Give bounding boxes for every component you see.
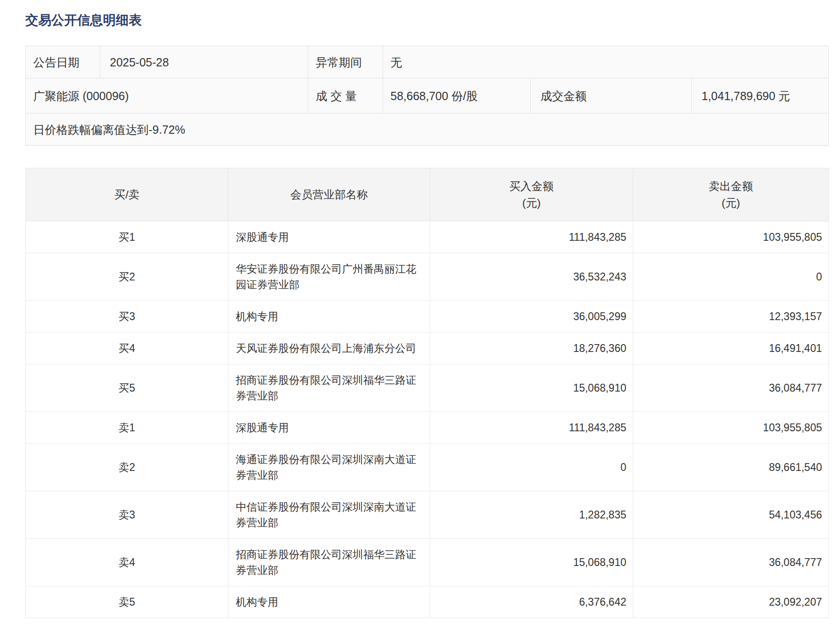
table-row: 买2华安证券股份有限公司广州番禺丽江花园证券营业部36,532,2430 (26, 253, 829, 301)
table-row: 卖2海通证券股份有限公司深圳深南大道证券营业部089,661,540 (26, 444, 829, 491)
cell-branch: 深股通专用 (228, 412, 430, 444)
cell-branch: 海通证券股份有限公司深圳深南大道证券营业部 (228, 444, 430, 491)
cell-buy: 0 (430, 444, 633, 491)
table-row: 买1深股通专用111,843,285103,955,805 (26, 221, 829, 253)
cell-sell: 36,084,777 (633, 364, 829, 412)
cell-sell: 23,092,207 (633, 586, 829, 618)
cell-side: 卖2 (26, 444, 228, 491)
cell-branch: 中信证券股份有限公司深圳深南大道证券营业部 (228, 491, 430, 539)
table-row: 买5招商证券股份有限公司深圳福华三路证券营业部15,068,91036,084,… (26, 364, 829, 412)
table-row: 卖1深股通专用111,843,285103,955,805 (26, 412, 829, 444)
cell-branch: 招商证券股份有限公司深圳福华三路证券营业部 (228, 539, 430, 586)
cell-side: 买3 (26, 301, 228, 333)
cell-sell: 103,955,805 (633, 221, 829, 253)
summary-row-stock: 广聚能源 (000096) 成 交 量 58,668,700 份/股 成交金额 … (26, 78, 829, 113)
col-header-buy-amount-label: 买入金额 (430, 178, 633, 195)
cell-buy: 111,843,285 (430, 412, 633, 444)
broker-table: 买/卖 会员营业部名称 买入金额 (元) 卖出金额 (元) 买1深股通专用111… (25, 168, 829, 618)
cell-sell: 89,661,540 (633, 444, 829, 491)
amount-value: 1,041,789,690 元 (692, 78, 829, 113)
cell-side: 卖1 (26, 412, 228, 444)
cell-side: 卖5 (26, 586, 228, 618)
cell-buy: 6,376,642 (430, 586, 633, 618)
content-area: 交易公开信息明细表 公告日期 2025-05-28 异常期间 无 广聚能源 (0… (25, 0, 828, 618)
trade-disclosure-page: 交易公开信息明细表 公告日期 2025-05-28 异常期间 无 广聚能源 (0… (0, 0, 840, 631)
cell-branch: 招商证券股份有限公司深圳福华三路证券营业部 (228, 364, 430, 412)
table-row: 买3机构专用36,005,29912,393,157 (26, 301, 829, 333)
cell-side: 买1 (26, 221, 228, 253)
cell-side: 买4 (26, 333, 228, 364)
table-row: 卖5机构专用6,376,64223,092,207 (26, 586, 829, 618)
cell-buy: 18,276,360 (430, 333, 633, 364)
col-header-buy-amount: 买入金额 (元) (430, 168, 633, 221)
summary-table: 公告日期 2025-05-28 异常期间 无 广聚能源 (000096) 成 交… (25, 46, 829, 146)
cell-sell: 0 (633, 253, 829, 301)
amount-label: 成交金额 (531, 78, 692, 113)
stock-name: 广聚能源 (000096) (26, 78, 308, 113)
volume-value: 58,668,700 份/股 (383, 78, 531, 113)
cell-branch: 深股通专用 (228, 221, 430, 253)
cell-branch: 机构专用 (228, 301, 430, 333)
col-header-branch: 会员营业部名称 (228, 168, 430, 221)
cell-side: 卖4 (26, 539, 228, 586)
table-row: 买4天风证券股份有限公司上海浦东分公司18,276,36016,491,401 (26, 333, 829, 364)
col-header-buy-amount-unit: (元) (430, 195, 633, 211)
col-header-side: 买/卖 (26, 168, 228, 221)
cell-buy: 15,068,910 (430, 364, 633, 412)
col-header-sell-amount-unit: (元) (633, 195, 828, 211)
cell-sell: 12,393,157 (633, 301, 829, 333)
cell-sell: 103,955,805 (633, 412, 829, 444)
cell-side: 买5 (26, 364, 228, 412)
abnormal-period-value: 无 (383, 46, 829, 78)
summary-row-date: 公告日期 2025-05-28 异常期间 无 (26, 46, 829, 78)
cell-side: 卖3 (26, 491, 228, 539)
cell-sell: 16,491,401 (633, 333, 829, 364)
cell-buy: 36,005,299 (430, 301, 633, 333)
col-header-sell-amount: 卖出金额 (元) (633, 168, 829, 221)
cell-buy: 111,843,285 (430, 221, 633, 253)
volume-label: 成 交 量 (308, 78, 383, 113)
col-header-sell-amount-label: 卖出金额 (633, 178, 828, 195)
cell-sell: 54,103,456 (633, 491, 829, 539)
cell-branch: 华安证券股份有限公司广州番禺丽江花园证券营业部 (228, 253, 430, 301)
announce-date-value: 2025-05-28 (100, 46, 308, 78)
summary-row-deviation: 日价格跌幅偏离值达到-9.72% (26, 113, 829, 146)
page-title: 交易公开信息明细表 (25, 12, 828, 28)
announce-date-label: 公告日期 (26, 46, 100, 78)
cell-buy: 36,532,243 (430, 253, 633, 301)
cell-side: 买2 (26, 253, 228, 301)
broker-table-header-row: 买/卖 会员营业部名称 买入金额 (元) 卖出金额 (元) (26, 168, 829, 221)
table-row: 卖3中信证券股份有限公司深圳深南大道证券营业部1,282,83554,103,4… (26, 491, 829, 539)
cell-branch: 机构专用 (228, 586, 430, 618)
cell-buy: 15,068,910 (430, 539, 633, 586)
table-row: 卖4招商证券股份有限公司深圳福华三路证券营业部15,068,91036,084,… (26, 539, 829, 586)
cell-branch: 天风证券股份有限公司上海浦东分公司 (228, 333, 430, 364)
cell-buy: 1,282,835 (430, 491, 633, 539)
deviation-note: 日价格跌幅偏离值达到-9.72% (26, 113, 829, 146)
abnormal-period-label: 异常期间 (308, 46, 383, 78)
cell-sell: 36,084,777 (633, 539, 829, 586)
